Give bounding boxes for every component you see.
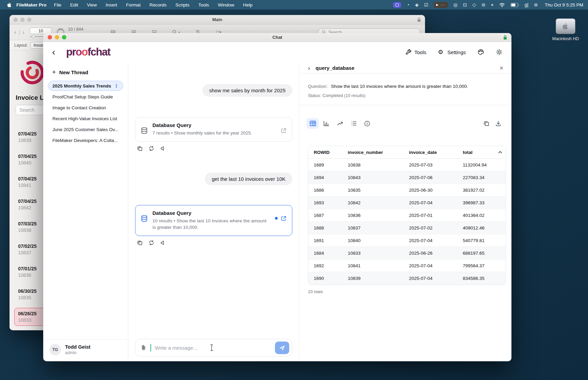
copy-icon[interactable] [137,146,143,151]
cell-invoice_date: 2025-07-01 [409,213,463,218]
cell-total: 396987.33 [463,200,497,205]
column-header-invoice_date[interactable]: invoice_date [409,150,463,155]
attachment-icon[interactable] [141,345,147,351]
menu-records[interactable]: Records [149,2,166,7]
open-external-icon[interactable] [281,128,287,133]
send-button[interactable] [275,342,289,354]
speak-aloud-icon[interactable] [160,240,166,246]
thread-label: Recent High-Value Invoices List [52,116,117,121]
grammarly-icon[interactable]: g| [525,2,528,7]
info-view-button[interactable] [361,118,373,129]
wifi-icon[interactable] [499,3,505,7]
light-mode-icon[interactable] [496,49,503,56]
menu-view[interactable]: View [87,2,97,7]
table-row[interactable]: 1686108352025-06-30381927.02 [308,184,506,196]
speak-aloud-icon[interactable] [160,146,166,151]
gear-icon: ⚙ [438,49,445,56]
database-query-card-selected[interactable]: Database Query 10 results • Show the las… [135,205,292,236]
send-plane-icon [279,345,285,351]
table-row[interactable]: 1689108382025-07-031132004.94 [308,159,506,171]
table-row[interactable]: 1687108362025-07-01401364.02 [308,209,506,222]
table-row[interactable]: 1691108402025-07-04540779.81 [308,234,506,247]
download-icon[interactable] [495,121,501,126]
table-row[interactable]: 1684108332025-06-26688197.65 [308,247,506,259]
menubar-app-name[interactable]: FileMaker Pro [16,2,47,7]
sidebar-thread-item[interactable]: Image to Contact Creation [48,102,123,113]
camera-icon[interactable]: ⊡ [463,2,467,7]
menu-tools[interactable]: Tools [198,2,209,7]
database-query-card[interactable]: Database Query 7 results • Show monthly … [135,117,292,142]
record-nav-arrows[interactable]: ‹|› [14,29,24,36]
sidebar-thread-item[interactable]: FileMaker Developers: A Colla... [48,135,123,145]
table-view-button[interactable] [307,118,319,129]
sidebar-thread-item[interactable]: Recent High-Value Invoices List [48,113,123,124]
dev-shield-icon[interactable]: ◈ [415,2,419,7]
settings-button[interactable]: ⚙ Settings [438,49,466,56]
menu-file[interactable]: File [54,2,62,7]
cleaner-icon[interactable]: ⌖ [491,2,494,7]
bar-chart-view-button[interactable] [320,118,332,129]
thread-sidebar: + New Thread 2025 Monthly Sales Trends⋮P… [43,62,128,361]
new-thread-button[interactable]: + New Thread [48,68,123,76]
query-summary: Question: Show the last 10 invoices wher… [299,74,511,105]
column-header-ROWID[interactable]: ROWID [314,150,348,155]
table-row[interactable]: 1688108372025-07-02409012.46 [308,222,506,234]
status-icons: ◔◈☑▶-:--◎⊡◇⊘⌖g|⊜ [393,2,538,8]
media-player-icon[interactable]: ▶-:-- [434,2,448,8]
info-icon [364,121,370,127]
table-row[interactable]: 1693108422025-07-04396987.33 [308,196,506,209]
notch-shield-icon[interactable]: ◇ [472,2,476,7]
active-result-dot [275,217,278,220]
regenerate-icon[interactable] [149,146,154,151]
line-chart-view-button[interactable] [334,118,346,129]
menubar-clock[interactable]: Thu Oct 9 5:25 PM [545,2,583,7]
back-button[interactable]: ‹ [52,47,55,57]
cell-invoice_number: 10833 [348,251,409,256]
c-app-icon[interactable]: ◎ [453,2,457,7]
cell-invoice_number: 10837 [348,225,409,231]
cell-ROWID: 1686 [314,188,348,193]
battery-icon[interactable] [510,3,519,7]
column-header-total[interactable]: total [463,150,497,155]
table-row[interactable]: 1694108432025-07-06227083.34 [308,171,506,184]
menu-insert[interactable]: Insert [106,2,117,7]
message-actions [135,240,292,246]
sidebar-thread-item[interactable]: ProofChat Setup Steps Guide [48,92,123,102]
sort-asc-icon[interactable] [497,151,506,154]
copy-icon[interactable] [137,240,143,246]
screen-time-icon[interactable]: ◔ [407,2,409,7]
user-account-block[interactable]: TG Todd Geist admin [43,339,128,361]
menu-help[interactable]: Help [243,2,252,7]
desktop-drive-icon[interactable]: Macintosh HD [549,18,582,41]
theme-palette-icon[interactable] [477,49,484,56]
screen-sharing-icon[interactable] [393,2,401,8]
message-actions [135,146,292,151]
table-row[interactable]: 1690108392025-07-04834586.35 [308,272,506,285]
sidebar-thread-item[interactable]: 2025 Monthly Sales Trends⋮ [48,81,123,91]
pin-icon[interactable]: ⊘ [481,2,486,7]
cell-invoice_date: 2025-06-30 [409,188,463,193]
cell-total: 1132004.94 [463,162,497,168]
menu-window[interactable]: Window [218,2,234,7]
tasks-icon[interactable]: ☑ [424,2,428,7]
close-panel-icon[interactable]: × [500,65,503,71]
chat-window[interactable]: Chat ‹ proofchat Tools ⚙ Settings [43,33,511,361]
column-header-invoice_number[interactable]: invoice_number [348,150,409,155]
filemaker-lock-icon [417,17,421,22]
sidebar-thread-item[interactable]: June 2025 Customer Sales Ov... [48,124,123,134]
tools-button[interactable]: Tools [405,49,426,56]
open-external-icon[interactable] [281,216,287,221]
regenerate-icon[interactable] [149,240,154,246]
table-row[interactable]: 1692108412025-07-04799564.37 [308,259,506,272]
collapse-chevron-icon[interactable]: › [308,65,310,71]
toggles-icon[interactable]: ⊜ [534,2,538,7]
menu-format[interactable]: Format [126,2,141,7]
apple-menu-icon[interactable] [7,2,12,7]
list-view-button[interactable] [347,118,360,129]
copy-results-icon[interactable] [484,121,489,126]
thread-menu-icon[interactable]: ⋮ [114,83,119,89]
menu-scripts[interactable]: Scripts [175,2,189,7]
cell-invoice_number: 10842 [348,200,409,205]
message-input[interactable]: Write a message... [135,339,292,357]
menu-edit[interactable]: Edit [70,2,78,7]
